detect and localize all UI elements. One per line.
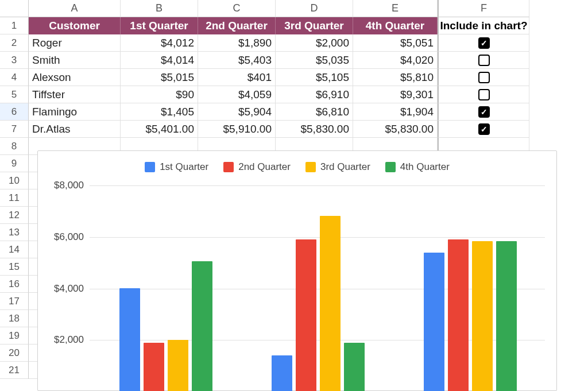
cell-customer[interactable]: Alexson xyxy=(29,69,121,86)
cell-q3[interactable]: $2,000 xyxy=(276,34,353,52)
table-header-include[interactable]: Include in chart? xyxy=(438,17,529,34)
table-header-customer[interactable]: Customer xyxy=(29,17,121,34)
row-header-17[interactable]: 17 xyxy=(0,293,29,310)
cell-q3[interactable]: $6,910 xyxy=(276,86,353,103)
chart-gridline xyxy=(90,237,545,238)
cell-q1[interactable]: $1,405 xyxy=(121,103,198,121)
column-header-E[interactable]: E xyxy=(353,0,438,17)
chart-bar xyxy=(119,288,140,391)
column-header-B[interactable]: B xyxy=(121,0,198,17)
legend-item-q4: 4th Quarter xyxy=(385,161,450,173)
table-header-q4[interactable]: 4th Quarter xyxy=(353,17,438,34)
legend-item-q1: 1st Quarter xyxy=(145,161,208,173)
row-header-12[interactable]: 12 xyxy=(0,207,29,224)
chart-bar xyxy=(472,241,493,391)
legend-swatch-q1 xyxy=(145,162,155,172)
cell-q1[interactable]: $5,015 xyxy=(121,69,198,86)
table-header-q2[interactable]: 2nd Quarter xyxy=(198,17,276,34)
include-checkbox[interactable] xyxy=(478,123,490,135)
include-checkbox[interactable] xyxy=(478,55,490,66)
row-header-15[interactable]: 15 xyxy=(0,258,29,276)
column-header-A[interactable]: A xyxy=(29,0,121,17)
cell-q3[interactable]: $6,810 xyxy=(276,103,353,121)
cell-customer[interactable]: Flamingo xyxy=(29,103,121,121)
chart-bar xyxy=(272,355,292,391)
row-header-13[interactable]: 13 xyxy=(0,224,29,241)
legend-swatch-q4 xyxy=(385,162,396,172)
chart-bar xyxy=(144,343,164,391)
include-checkbox[interactable] xyxy=(478,106,490,118)
row-header-1[interactable]: 1 xyxy=(0,17,29,34)
row-header-3[interactable]: 3 xyxy=(0,52,29,69)
chart-ytick-label: $8,000 xyxy=(44,180,84,191)
cell-customer[interactable]: Smith xyxy=(29,52,121,69)
column-header-C[interactable]: C xyxy=(198,0,276,17)
embedded-chart[interactable]: 1st Quarter 2nd Quarter 3rd Quarter 4th … xyxy=(37,150,557,391)
legend-item-q2: 2nd Quarter xyxy=(223,161,291,173)
chart-bar xyxy=(168,340,188,391)
include-checkbox[interactable] xyxy=(478,72,490,83)
chart-bar xyxy=(320,216,341,391)
row-header-8[interactable]: 8 xyxy=(0,138,29,155)
chart-bar xyxy=(448,239,469,391)
row-header-11[interactable]: 11 xyxy=(0,189,29,207)
row-header-5[interactable]: 5 xyxy=(0,86,29,103)
column-header-D[interactable]: D xyxy=(276,0,353,17)
row-header-16[interactable]: 16 xyxy=(0,276,29,293)
cell-q2[interactable]: $4,059 xyxy=(198,86,276,103)
row-header-10[interactable]: 10 xyxy=(0,172,29,189)
cell-q4[interactable]: $4,020 xyxy=(353,52,438,69)
cell-q2[interactable]: $1,890 xyxy=(198,34,276,52)
cell-q2[interactable]: $5,403 xyxy=(198,52,276,69)
cell-include[interactable] xyxy=(438,103,529,121)
table-header-q3[interactable]: 3rd Quarter xyxy=(276,17,353,34)
cell-q4[interactable]: $5,810 xyxy=(353,69,438,86)
cell-customer[interactable]: Tiffster xyxy=(29,86,121,103)
cell-include[interactable] xyxy=(438,69,529,86)
cell-q1[interactable]: $4,012 xyxy=(121,34,198,52)
table-header-q1[interactable]: 1st Quarter xyxy=(121,17,198,34)
cell-q2[interactable]: $5,904 xyxy=(198,103,276,121)
cell-q2[interactable]: $5,910.00 xyxy=(198,121,276,138)
cell-q1[interactable]: $90 xyxy=(121,86,198,103)
cell-include[interactable] xyxy=(438,52,529,69)
row-header-6[interactable]: 6 xyxy=(0,103,29,121)
cell-q3[interactable]: $5,830.00 xyxy=(276,121,353,138)
row-header-4[interactable]: 4 xyxy=(0,69,29,86)
row-header-19[interactable]: 19 xyxy=(0,327,29,344)
chart-legend: 1st Quarter 2nd Quarter 3rd Quarter 4th … xyxy=(38,161,556,173)
chart-ytick-label: $6,000 xyxy=(44,231,84,243)
cell-include[interactable] xyxy=(438,86,529,103)
row-header-20[interactable]: 20 xyxy=(0,344,29,362)
row-header-7[interactable]: 7 xyxy=(0,121,29,138)
cell-customer[interactable]: Roger xyxy=(29,34,121,52)
chart-ytick-label: $2,000 xyxy=(44,334,84,346)
cell-include[interactable] xyxy=(438,121,529,138)
cell-q3[interactable]: $5,035 xyxy=(276,52,353,69)
cell-q4[interactable]: $5,051 xyxy=(353,34,438,52)
row-header-21[interactable]: 21 xyxy=(0,362,29,379)
chart-bar xyxy=(496,241,517,391)
cell-include[interactable] xyxy=(438,34,529,52)
row-header-14[interactable]: 14 xyxy=(0,241,29,258)
row-header-9[interactable]: 9 xyxy=(0,155,29,172)
chart-ytick-label: $4,000 xyxy=(44,283,84,295)
legend-swatch-q2 xyxy=(223,162,234,172)
cell-q4[interactable]: $9,301 xyxy=(353,86,438,103)
cell-q4[interactable]: $1,904 xyxy=(353,103,438,121)
cell-q1[interactable]: $4,014 xyxy=(121,52,198,69)
cell-q1[interactable]: $5,401.00 xyxy=(121,121,198,138)
cell-customer[interactable]: Dr.Atlas xyxy=(29,121,121,138)
row-header-18[interactable]: 18 xyxy=(0,310,29,327)
column-header-F[interactable]: F xyxy=(438,0,529,17)
chart-plot-area: $8,000$6,000$4,000$2,000 xyxy=(90,185,545,391)
include-checkbox[interactable] xyxy=(478,89,490,100)
cell-q2[interactable]: $401 xyxy=(198,69,276,86)
legend-label: 2nd Quarter xyxy=(238,161,291,173)
include-checkbox[interactable] xyxy=(478,37,490,49)
row-header-2[interactable]: 2 xyxy=(0,34,29,52)
cell-q3[interactable]: $5,105 xyxy=(276,69,353,86)
grid-corner[interactable] xyxy=(0,0,29,17)
cell-q4[interactable]: $5,830.00 xyxy=(353,121,438,138)
legend-label: 3rd Quarter xyxy=(320,161,370,173)
